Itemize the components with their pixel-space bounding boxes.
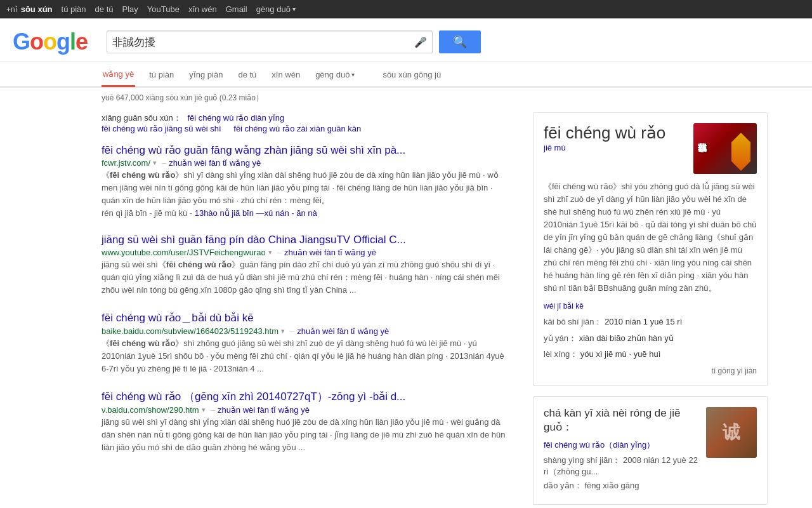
topbar-link-tupian[interactable]: tú piàn	[62, 4, 86, 14]
related-searches-label: xiāng guān sōu xún：	[102, 113, 181, 123]
kp-field-0-label: kāi bō shí jiān：	[544, 317, 603, 326]
main-content: xiāng guān sōu xún： fēi chéng wù rǎo dià…	[0, 106, 812, 508]
topbar-gengduo-label: gèng duō	[256, 4, 291, 14]
result-3-highlight: fēi chéng wù rǎo	[110, 338, 175, 348]
kp2-content: chá kàn yī xià nèi róng de jiē guǒ： fēi …	[544, 407, 757, 494]
result-4-url: v.baidu.com/show/290.htm	[102, 405, 199, 415]
kp2-field-0-label: shàng yìng shí jiān：	[544, 455, 620, 465]
result-1-more-link[interactable]: 13hào nǚ jiā bīn —xú nán - ān nà	[195, 208, 317, 218]
kp-field-2-value: yóu xì jiē mù · yuē huì	[580, 349, 660, 359]
topbar-link-detu[interactable]: de tú	[95, 4, 114, 14]
related-searches: xiāng guān sōu xún： fēi chéng wù rǎo dià…	[102, 112, 508, 133]
result-4-title-link[interactable]: fēi chéng wù rǎo （gēng xīn zhì 20140727q…	[102, 391, 405, 403]
tab-detu[interactable]: de tú	[237, 64, 258, 86]
kp2-field-1-value: fēng xiǎo gāng	[584, 481, 639, 490]
result-2-sep2: –	[277, 248, 282, 257]
result-3-url-row: baike.baidu.com/subview/1664023/5119243.…	[102, 326, 508, 336]
result-1-sep: ▾	[153, 159, 157, 167]
result-2-sublink[interactable]: zhuǎn wèi fàn tǐ wǎng yè	[284, 248, 376, 257]
result-2-title-link[interactable]: jiāng sū wèi shì guān fāng pín dào China…	[102, 234, 406, 246]
result-2-snippet: jiāng sū wèi shì《fēi chéng wù rǎo》guān f…	[102, 258, 508, 297]
result-4-sep: ▾	[202, 406, 206, 414]
logo-o1-letter: o	[30, 29, 43, 55]
google-logo[interactable]: Google	[13, 29, 88, 55]
result-1: fēi chéng wù rǎo guān fāng wǎng zhàn jiā…	[102, 144, 508, 220]
tab-yingpian[interactable]: yǐng piàn	[188, 64, 224, 86]
result-3-url: baike.baidu.com/subview/1664023/5119243.…	[102, 326, 278, 336]
tab-wangye[interactable]: wǎng yè	[102, 63, 135, 87]
search-button[interactable]: 🔍	[439, 30, 481, 53]
kp-header: fēi chéng wù rǎo jiē mù	[544, 123, 757, 174]
microphone-icon[interactable]: 🎤	[414, 36, 427, 48]
result-2-sep: ▾	[268, 248, 272, 257]
kp-feedback-link[interactable]: tí gōng yì jiàn	[712, 366, 757, 375]
result-4: fēi chéng wù rǎo （gēng xīn zhì 20140727q…	[102, 389, 508, 454]
knowledge-panel-1: fēi chéng wù rǎo jiē mù 《fēi chéng wù rǎ…	[533, 112, 768, 386]
search-input[interactable]	[112, 36, 412, 48]
results-count: yuē 647,000 xiāng sōu xún jiē guǒ (0.23 …	[102, 93, 263, 102]
kp-title: fēi chéng wù rǎo	[544, 123, 687, 143]
logo-o2-letter: o	[43, 29, 56, 55]
knowledge-panel-2: chá kàn yī xià nèi róng de jiē guǒ： fēi …	[533, 396, 768, 505]
related-link-0[interactable]: fēi chéng wù rǎo diàn yǐng	[187, 113, 284, 123]
left-results: xiāng guān sōu xún： fēi chéng wù rǎo dià…	[102, 112, 520, 508]
tab-gengduo-label: gèng duō	[315, 70, 350, 79]
result-2-title: jiāng sū wèi shì guān fāng pín dào China…	[102, 234, 508, 246]
tab-tupian[interactable]: tú piàn	[148, 64, 175, 86]
topbar-link-gmail[interactable]: Gmail	[226, 4, 247, 14]
logo-g2-letter: g	[56, 29, 70, 55]
result-4-title: fēi chéng wù rǎo （gēng xīn zhì 20140727q…	[102, 389, 508, 404]
result-1-snippet: 《fēi chéng wù rǎo》shì yī dàng shì yǐng x…	[102, 169, 508, 220]
topbar-link-play[interactable]: Play	[122, 4, 138, 14]
topbar-username[interactable]: sōu xún	[21, 4, 53, 14]
result-1-highlight: fēi chéng wù rǎo	[110, 170, 175, 180]
result-1-url: fcwr.jstv.com/	[102, 158, 150, 168]
chevron-down-icon: ▾	[292, 6, 296, 13]
result-1-sublink[interactable]: zhuǎn wèi fàn tǐ wǎng yè	[169, 158, 261, 168]
result-4-sublink[interactable]: zhuǎn wèi fàn tǐ wǎng yè	[218, 405, 310, 415]
tab-xinwen[interactable]: xīn wén	[270, 64, 301, 86]
result-2-url: www.youtube.com/user/JSTVFeichengwurao	[102, 248, 266, 257]
tab-navigation: wǎng yè tú piàn yǐng piàn de tú xīn wén …	[0, 62, 812, 88]
topbar: +nǐ sōu xún tú piàn de tú Play YouTube x…	[0, 0, 812, 18]
kp-field-1-label: yǔ yán：	[544, 333, 577, 343]
kp-image-inner	[693, 123, 757, 174]
result-2-highlight: fēi chéng wù rǎo	[166, 260, 232, 269]
topbar-link-xinwen[interactable]: xīn wén	[188, 4, 217, 14]
related-link-2[interactable]: fēi chéng wù rǎo zài xiàn guān kàn	[233, 124, 361, 133]
kp-field-0: kāi bō shí jiān： 2010 nián 1 yuè 15 rì	[544, 316, 757, 328]
result-3-sep2: –	[290, 326, 294, 336]
topbar-plus: +nǐ	[6, 5, 17, 14]
result-4-snippet: jiāng sū wèi shì yī dàng shì yǐng xiàn d…	[102, 416, 508, 454]
topbar-gengduo[interactable]: gèng duō ▾	[256, 4, 296, 14]
kp2-field-1-label: dǎo yǎn：	[544, 481, 582, 490]
tab-gengduo[interactable]: gèng duō ▾	[314, 64, 356, 86]
result-3-title-link[interactable]: fēi chéng wù rǎo＿bǎi dù bǎi kē	[102, 312, 254, 324]
result-1-sep2: –	[162, 158, 166, 168]
topbar-link-youtube[interactable]: YouTube	[147, 4, 180, 14]
kp-subtitle[interactable]: jiē mù	[544, 143, 687, 152]
result-2-url-row: www.youtube.com/user/JSTVFeichengwurao ▾…	[102, 248, 508, 257]
result-2: jiāng sū wèi shì guān fāng pín dào China…	[102, 234, 508, 297]
kp-more-link[interactable]: wéi jī bǎi kē	[544, 302, 584, 311]
result-3-snippet: 《fēi chéng wù rǎo》shì zhōng guó jiāng sū…	[102, 337, 508, 375]
result-3-title: fēi chéng wù rǎo＿bǎi dù bǎi kē	[102, 311, 508, 325]
related-link-1[interactable]: fēi chéng wù rǎo jiāng sū wèi shì	[102, 124, 221, 133]
logo-l-letter: l	[70, 29, 75, 55]
result-1-title-link[interactable]: fēi chéng wù rǎo guān fāng wǎng zhàn jiā…	[102, 144, 405, 156]
kp2-image	[706, 407, 757, 458]
kp-field-0-value: 2010 nián 1 yuè 15 rì	[605, 317, 682, 326]
result-3-sublink[interactable]: zhuǎn wèi fàn tǐ wǎng yè	[297, 326, 389, 336]
kp-field-1: yǔ yán： xiàn dài biāo zhǔn hàn yǔ	[544, 332, 757, 345]
search-form: 🎤 🔍	[107, 30, 481, 53]
result-4-url-row: v.baidu.com/show/290.htm ▾ – zhuǎn wèi f…	[102, 405, 508, 415]
logo-g-letter: G	[13, 29, 30, 55]
kp-image	[693, 123, 757, 174]
kp-description: 《fēi chéng wù rǎo》shì yóu zhōng guó dà l…	[544, 180, 757, 295]
search-icon: 🔍	[453, 35, 467, 49]
kp-field-2-label: lèi xíng：	[544, 349, 578, 359]
kp-field-2: lèi xíng： yóu xì jiē mù · yuē huì	[544, 348, 757, 361]
kp-feedback: tí gōng yì jiàn	[544, 366, 757, 375]
result-3: fēi chéng wù rǎo＿bǎi dù bǎi kē baike.bai…	[102, 311, 508, 375]
tab-tools[interactable]: sōu xún gōng jù	[381, 64, 442, 86]
